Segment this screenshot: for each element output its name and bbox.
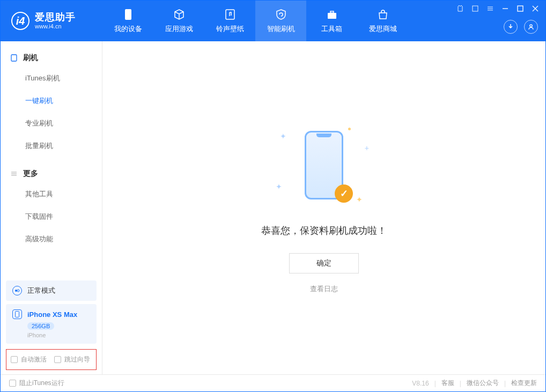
shop-icon [377, 8, 389, 21]
checkbox-icon [54, 356, 61, 363]
svg-rect-2 [328, 13, 336, 19]
header-right-circles [504, 20, 538, 34]
minimize-icon[interactable] [501, 5, 509, 12]
storage-badge: 256GB [27, 322, 54, 330]
footer-right: V8.16 | 客服 | 微信公众号 | 检查更新 [412, 379, 537, 388]
device-small-icon [12, 309, 22, 319]
mode-card[interactable]: 正常模式 [6, 280, 97, 301]
ok-button[interactable]: 确定 [289, 253, 359, 273]
logo-title: 爱思助手 [35, 12, 76, 24]
checkbox-block-itunes[interactable]: 阻止iTunes运行 [9, 379, 64, 388]
wechat-link[interactable]: 微信公众号 [467, 379, 499, 388]
tab-toolbox[interactable]: 工具箱 [306, 1, 357, 41]
tab-my-device[interactable]: 我的设备 [102, 1, 153, 41]
sidebar-item-other-tools[interactable]: 其他工具 [1, 183, 102, 205]
sparkle-icon: + [365, 144, 369, 152]
menu-icon[interactable] [486, 5, 494, 12]
device-type: iPhone [27, 332, 90, 338]
success-illustration: ✦ ✦ + ✦ ✓ [270, 122, 378, 208]
sidebar-header-more: 更多 [1, 165, 102, 183]
close-icon[interactable] [532, 5, 539, 12]
mode-icon [12, 286, 22, 295]
support-link[interactable]: 客服 [441, 379, 454, 388]
refresh-shield-icon [275, 8, 287, 21]
list-icon [10, 170, 18, 177]
check-update-link[interactable]: 检查更新 [511, 379, 537, 388]
sidebar: 刷机 iTunes刷机 一键刷机 专业刷机 批量刷机 更多 其他工具 下载固件 … [1, 41, 102, 374]
success-message: 恭喜您，保资料刷机成功啦！ [261, 224, 387, 237]
maximize-icon[interactable] [517, 5, 524, 12]
svg-point-12 [530, 25, 532, 27]
sidebar-item-onekey-flash[interactable]: 一键刷机 [1, 90, 102, 112]
view-log-link[interactable]: 查看日志 [310, 284, 338, 294]
logo-icon: i4 [11, 12, 29, 30]
body: 刷机 iTunes刷机 一键刷机 专业刷机 批量刷机 更多 其他工具 下载固件 … [1, 41, 545, 374]
sidebar-header-flash: 刷机 [1, 49, 102, 67]
main-content: ✦ ✦ + ✦ ✓ 恭喜您，保资料刷机成功啦！ 确定 查看日志 [102, 41, 545, 374]
logo-area[interactable]: i4 爱思助手 www.i4.cn [1, 12, 102, 31]
sidebar-bottom: 正常模式 iPhone XS Max 256GB iPhone 自动激活 [1, 277, 102, 374]
svg-point-18 [17, 290, 19, 292]
checkbox-icon [11, 356, 18, 363]
sidebar-item-batch-flash[interactable]: 批量刷机 [1, 135, 102, 157]
sparkle-icon: ✦ [280, 132, 286, 140]
svg-rect-13 [11, 55, 17, 61]
header: i4 爱思助手 www.i4.cn 我的设备 应用游戏 铃声壁纸 智能刷机 [1, 1, 545, 41]
checkmark-badge-icon: ✓ [335, 184, 353, 203]
highlighted-checkbox-area: 自动激活 跳过向导 [6, 349, 97, 370]
checkbox-auto-activate[interactable]: 自动激活 [11, 355, 47, 364]
tab-ringtones[interactable]: 铃声壁纸 [204, 1, 255, 41]
note-icon[interactable] [471, 5, 479, 12]
window-controls [456, 5, 539, 12]
download-circle-icon[interactable] [504, 20, 518, 34]
svg-rect-1 [226, 10, 234, 19]
nav-tabs: 我的设备 应用游戏 铃声壁纸 智能刷机 工具箱 爱思商城 [102, 1, 408, 41]
checkbox-icon [9, 380, 16, 387]
phone-icon [10, 54, 18, 62]
sidebar-item-pro-flash[interactable]: 专业刷机 [1, 112, 102, 135]
sparkle-icon: ✦ [276, 182, 282, 191]
shirt-icon[interactable] [456, 5, 464, 12]
sidebar-section-flash: 刷机 iTunes刷机 一键刷机 专业刷机 批量刷机 [1, 41, 102, 157]
device-name: iPhone XS Max [27, 310, 77, 319]
sidebar-item-download-firmware[interactable]: 下载固件 [1, 205, 102, 228]
svg-rect-3 [330, 11, 334, 13]
user-circle-icon[interactable] [524, 20, 538, 34]
mode-label: 正常模式 [27, 286, 55, 295]
music-icon [224, 8, 237, 21]
checkbox-skip-guide[interactable]: 跳过向导 [54, 355, 90, 364]
svg-rect-19 [16, 312, 19, 317]
device-card[interactable]: iPhone XS Max 256GB iPhone [6, 304, 97, 344]
svg-point-17 [15, 290, 17, 292]
svg-rect-4 [473, 6, 478, 11]
toolbox-icon [326, 8, 338, 21]
logo-subtitle: www.i4.cn [35, 23, 76, 30]
sidebar-item-itunes-flash[interactable]: iTunes刷机 [1, 67, 102, 90]
sparkle-icon: ✦ [356, 195, 363, 204]
sidebar-section-more: 更多 其他工具 下载固件 高级功能 [1, 157, 102, 250]
tab-smart-flash[interactable]: 智能刷机 [255, 1, 306, 41]
device-icon [122, 8, 135, 21]
svg-rect-9 [518, 6, 523, 11]
tab-apps-games[interactable]: 应用游戏 [153, 1, 204, 41]
version-label: V8.16 [412, 380, 429, 387]
tab-store[interactable]: 爱思商城 [357, 1, 408, 41]
app-window: i4 爱思助手 www.i4.cn 我的设备 应用游戏 铃声壁纸 智能刷机 [0, 0, 546, 392]
svg-rect-0 [125, 9, 131, 20]
sidebar-item-advanced[interactable]: 高级功能 [1, 228, 102, 250]
cube-icon [173, 8, 186, 21]
dot-icon [348, 128, 351, 130]
footer: 阻止iTunes运行 V8.16 | 客服 | 微信公众号 | 检查更新 [1, 374, 545, 391]
